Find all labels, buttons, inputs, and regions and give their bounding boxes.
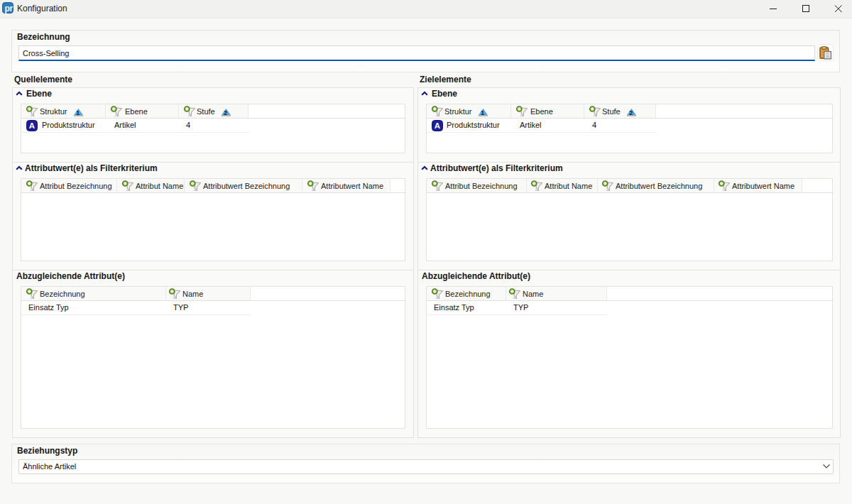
svg-text:1: 1 <box>481 109 485 116</box>
svg-text:A: A <box>29 121 35 130</box>
svg-text:1: 1 <box>76 109 80 116</box>
svg-text:2: 2 <box>629 109 633 116</box>
svg-text:r: r <box>9 4 13 13</box>
svg-text:A: A <box>435 121 440 130</box>
svg-text:2: 2 <box>224 109 227 116</box>
